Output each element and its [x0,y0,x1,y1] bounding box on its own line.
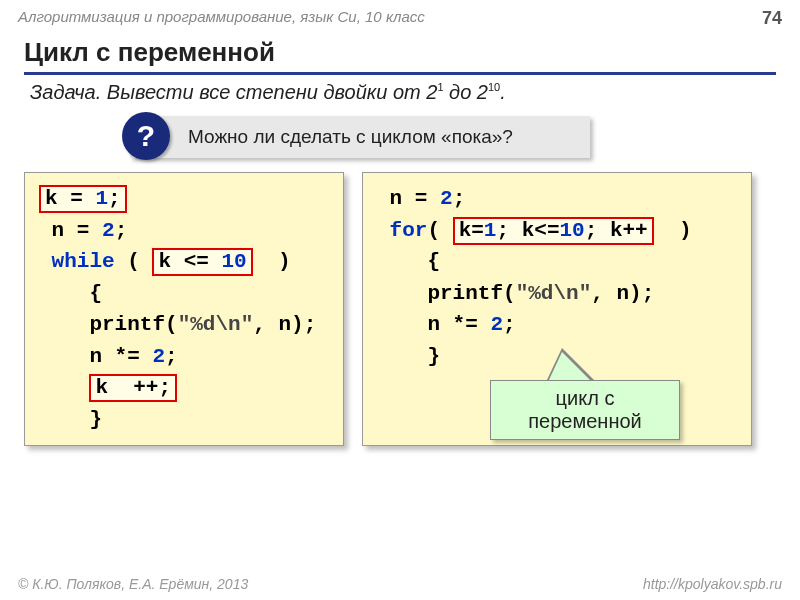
question-text: Можно ли сделать с циклом «пока»? [188,126,513,148]
footer: © К.Ю. Поляков, Е.А. Ерёмин, 2013 http:/… [0,576,800,592]
footer-authors: © К.Ю. Поляков, Е.А. Ерёмин, 2013 [18,576,248,592]
slide-title: Цикл с переменной [24,37,776,75]
page-number: 74 [762,8,782,29]
annotation-callout: цикл с переменной [490,380,680,440]
callout-box: цикл с переменной [490,380,680,440]
question-icon: ? [122,112,170,160]
task-text: Задача. Вывести все степени двойки от 21… [30,81,776,104]
callout-arrow [548,352,592,382]
footer-url: http://kpolyakov.spb.ru [643,576,782,592]
header: Алгоритмизация и программирование, язык … [0,0,800,33]
question-callout: ? Можно ли сделать с циклом «пока»? [130,116,590,158]
course-name: Алгоритмизация и программирование, язык … [18,8,425,29]
task-label: Задача [30,81,96,103]
code-while: k = 1; n = 2; while ( k <= 10 ) { printf… [24,172,344,446]
